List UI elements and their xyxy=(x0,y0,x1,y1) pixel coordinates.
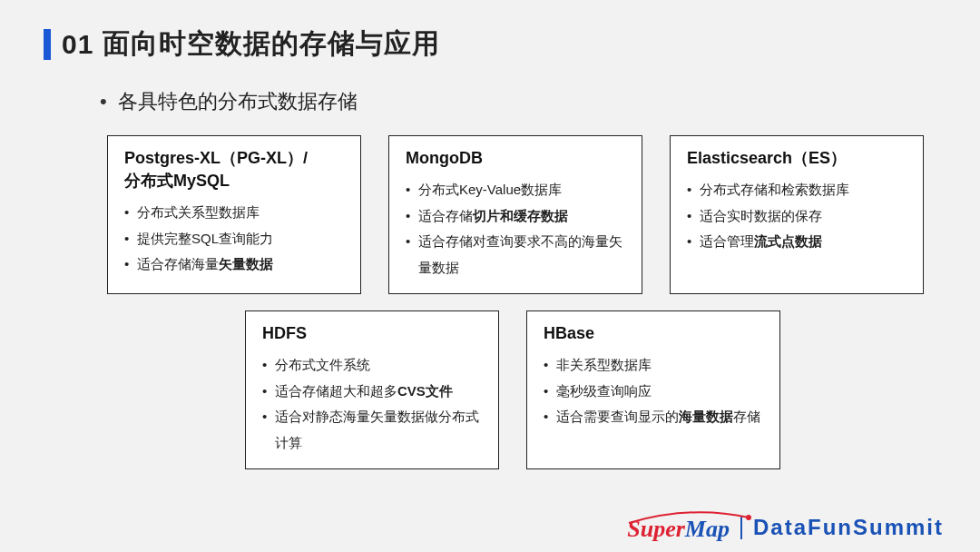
card-list: 非关系型数据库 毫秒级查询响应 适合需要查询显示的海量数据存储 xyxy=(544,352,763,430)
subtitle: 各具特色的分布式数据存储 xyxy=(100,88,980,115)
card-title: HBase xyxy=(544,322,763,345)
card-title-line1: Postgres-XL（PG-XL）/ xyxy=(124,149,308,167)
card-title-line2: 分布式MySQL xyxy=(124,170,344,192)
card-item: 提供完整SQL查询能力 xyxy=(124,226,344,252)
card-item: 适合需要查询显示的海量数据存储 xyxy=(544,404,763,430)
card-elasticsearch: Elasticsearch（ES） 分布式存储和检索数据库 适合实时数据的保存 … xyxy=(670,135,924,294)
title-accent-bar xyxy=(44,29,51,60)
card-hdfs: HDFS 分布式文件系统 适合存储超大和超多CVS文件 适合对静态海量矢量数据做… xyxy=(245,310,499,469)
card-item: 适合存储对查询要求不高的海量矢量数据 xyxy=(406,229,625,281)
card-item: 分布式存储和检索数据库 xyxy=(687,177,906,203)
card-item: 非关系型数据库 xyxy=(544,352,763,379)
supermap-logo: SuperMap xyxy=(627,512,730,543)
footer: SuperMap DataFunSummit xyxy=(627,512,944,543)
card-item: 分布式文件系统 xyxy=(262,352,482,379)
cards-row-top: Postgres-XL（PG-XL）/ 分布式MySQL 分布式关系型数据库 提… xyxy=(107,135,980,294)
card-title: Elasticsearch（ES） xyxy=(687,147,906,170)
title-number: 01 xyxy=(62,29,93,60)
card-item: 适合实时数据的保存 xyxy=(687,203,906,230)
card-list: 分布式文件系统 适合存储超大和超多CVS文件 适合对静态海量矢量数据做分布式计算 xyxy=(262,352,482,456)
swoosh-icon xyxy=(627,510,754,525)
card-item: 适合对静态海量矢量数据做分布式计算 xyxy=(262,404,482,456)
card-item: 毫秒级查询响应 xyxy=(544,379,763,405)
card-title: Postgres-XL（PG-XL）/ 分布式MySQL xyxy=(124,147,344,192)
slide-title-row: 01 面向时空数据的存储与应用 xyxy=(44,25,980,63)
card-list: 分布式存储和检索数据库 适合实时数据的保存 适合管理流式点数据 xyxy=(687,177,906,255)
card-item: 适合存储海量矢量数据 xyxy=(124,251,344,278)
datafunsummit-logo: DataFunSummit xyxy=(753,515,944,540)
cards-row-bottom: HDFS 分布式文件系统 适合存储超大和超多CVS文件 适合对静态海量矢量数据做… xyxy=(245,310,980,469)
svg-point-0 xyxy=(746,515,751,520)
card-item: 分布式关系型数据库 xyxy=(124,200,344,226)
card-postgres: Postgres-XL（PG-XL）/ 分布式MySQL 分布式关系型数据库 提… xyxy=(107,135,361,294)
card-title: HDFS xyxy=(262,322,482,345)
card-mongodb: MongoDB 分布式Key-Value数据库 适合存储切片和缓存数据 适合存储… xyxy=(388,135,642,294)
card-item: 适合存储切片和缓存数据 xyxy=(406,203,625,230)
card-title: MongoDB xyxy=(406,147,625,170)
card-item: 分布式Key-Value数据库 xyxy=(406,177,625,203)
card-list: 分布式Key-Value数据库 适合存储切片和缓存数据 适合存储对查询要求不高的… xyxy=(406,177,625,281)
card-list: 分布式关系型数据库 提供完整SQL查询能力 适合存储海量矢量数据 xyxy=(124,200,344,278)
card-item: 适合管理流式点数据 xyxy=(687,229,906,255)
card-item: 适合存储超大和超多CVS文件 xyxy=(262,379,482,405)
slide: 01 面向时空数据的存储与应用 各具特色的分布式数据存储 Postgres-XL… xyxy=(0,0,980,552)
card-hbase: HBase 非关系型数据库 毫秒级查询响应 适合需要查询显示的海量数据存储 xyxy=(526,310,780,469)
title-text: 面向时空数据的存储与应用 xyxy=(103,25,440,63)
